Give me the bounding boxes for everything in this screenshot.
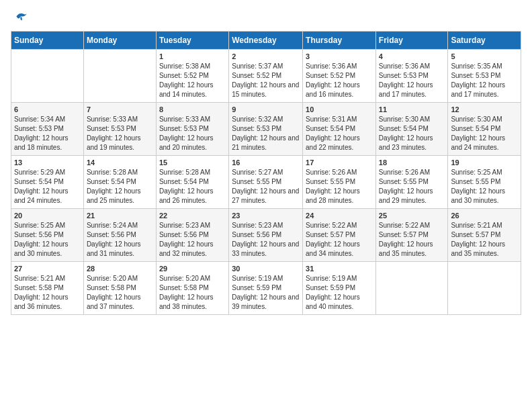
day-info: Sunrise: 5:31 AMSunset: 5:54 PMDaylight:… (306, 115, 373, 152)
day-number: 28 (87, 265, 153, 273)
day-info: Sunrise: 5:38 AMSunset: 5:52 PMDaylight:… (159, 62, 226, 99)
day-number: 17 (306, 158, 373, 167)
day-of-week-header: Friday (375, 32, 448, 50)
day-info: Sunrise: 5:27 AMSunset: 5:55 PMDaylight:… (232, 168, 300, 205)
day-info: Sunrise: 5:26 AMSunset: 5:55 PMDaylight:… (306, 168, 373, 205)
day-info: Sunrise: 5:26 AMSunset: 5:55 PMDaylight:… (379, 168, 445, 205)
calendar-cell: 22Sunrise: 5:23 AMSunset: 5:56 PMDayligh… (156, 209, 228, 262)
calendar-cell: 1Sunrise: 5:38 AMSunset: 5:52 PMDaylight… (156, 50, 228, 103)
calendar-cell: 24Sunrise: 5:22 AMSunset: 5:57 PMDayligh… (303, 209, 376, 262)
day-number: 25 (379, 212, 445, 220)
day-number: 15 (159, 158, 226, 167)
day-info: Sunrise: 5:33 AMSunset: 5:53 PMDaylight:… (87, 115, 153, 152)
day-number: 13 (14, 158, 81, 167)
day-number: 7 (87, 105, 153, 113)
calendar-week-row: 27Sunrise: 5:21 AMSunset: 5:58 PMDayligh… (11, 262, 521, 315)
calendar-table: SundayMondayTuesdayWednesdayThursdayFrid… (11, 31, 521, 315)
day-number: 29 (159, 265, 226, 273)
day-number: 4 (379, 52, 445, 60)
day-info: Sunrise: 5:34 AMSunset: 5:53 PMDaylight:… (14, 115, 81, 152)
day-number: 26 (451, 212, 518, 220)
calendar-cell: 19Sunrise: 5:25 AMSunset: 5:55 PMDayligh… (448, 156, 521, 209)
day-number: 2 (232, 52, 300, 60)
calendar-cell (11, 50, 84, 103)
day-info: Sunrise: 5:33 AMSunset: 5:53 PMDaylight:… (159, 115, 226, 152)
day-info: Sunrise: 5:37 AMSunset: 5:52 PMDaylight:… (232, 62, 300, 99)
day-info: Sunrise: 5:23 AMSunset: 5:56 PMDaylight:… (232, 221, 300, 259)
day-number: 22 (159, 212, 226, 220)
day-number: 6 (14, 105, 81, 113)
day-of-week-header: Monday (83, 32, 156, 50)
day-number: 21 (87, 212, 153, 220)
day-of-week-header: Tuesday (156, 32, 228, 50)
day-number: 10 (306, 105, 373, 113)
page-header (11, 11, 521, 23)
day-info: Sunrise: 5:19 AMSunset: 5:59 PMDaylight:… (306, 274, 373, 312)
calendar-cell: 21Sunrise: 5:24 AMSunset: 5:56 PMDayligh… (83, 209, 156, 262)
day-info: Sunrise: 5:28 AMSunset: 5:54 PMDaylight:… (87, 168, 153, 205)
day-number: 19 (451, 158, 518, 167)
calendar-week-row: 13Sunrise: 5:29 AMSunset: 5:54 PMDayligh… (11, 156, 521, 209)
day-info: Sunrise: 5:22 AMSunset: 5:57 PMDaylight:… (306, 221, 373, 259)
calendar-cell: 27Sunrise: 5:21 AMSunset: 5:58 PMDayligh… (11, 262, 84, 315)
day-of-week-header: Wednesday (229, 32, 303, 50)
calendar-cell: 31Sunrise: 5:19 AMSunset: 5:59 PMDayligh… (303, 262, 376, 315)
day-info: Sunrise: 5:30 AMSunset: 5:54 PMDaylight:… (451, 115, 518, 152)
day-info: Sunrise: 5:28 AMSunset: 5:54 PMDaylight:… (159, 168, 226, 205)
day-number: 27 (14, 265, 81, 273)
calendar-cell: 23Sunrise: 5:23 AMSunset: 5:56 PMDayligh… (229, 209, 303, 262)
day-info: Sunrise: 5:25 AMSunset: 5:56 PMDaylight:… (14, 221, 81, 259)
day-info: Sunrise: 5:23 AMSunset: 5:56 PMDaylight:… (159, 221, 226, 259)
day-of-week-header: Thursday (303, 32, 376, 50)
calendar-cell: 11Sunrise: 5:30 AMSunset: 5:54 PMDayligh… (375, 103, 448, 156)
day-number: 14 (87, 158, 153, 167)
day-number: 16 (232, 158, 300, 167)
calendar-cell: 16Sunrise: 5:27 AMSunset: 5:55 PMDayligh… (229, 156, 303, 209)
calendar-cell: 13Sunrise: 5:29 AMSunset: 5:54 PMDayligh… (11, 156, 84, 209)
logo-bird-icon (12, 11, 28, 23)
day-number: 11 (379, 105, 445, 113)
day-number: 12 (451, 105, 518, 113)
day-number: 8 (159, 105, 226, 113)
calendar-cell: 9Sunrise: 5:32 AMSunset: 5:53 PMDaylight… (229, 103, 303, 156)
calendar-week-row: 6Sunrise: 5:34 AMSunset: 5:53 PMDaylight… (11, 103, 521, 156)
day-number: 3 (306, 52, 373, 60)
day-number: 23 (232, 212, 300, 220)
logo (11, 11, 28, 23)
day-info: Sunrise: 5:24 AMSunset: 5:56 PMDaylight:… (87, 221, 153, 259)
day-info: Sunrise: 5:20 AMSunset: 5:58 PMDaylight:… (159, 274, 226, 312)
day-info: Sunrise: 5:21 AMSunset: 5:57 PMDaylight:… (451, 221, 518, 259)
day-info: Sunrise: 5:36 AMSunset: 5:53 PMDaylight:… (379, 62, 445, 99)
calendar-cell: 8Sunrise: 5:33 AMSunset: 5:53 PMDaylight… (156, 103, 228, 156)
calendar-cell: 4Sunrise: 5:36 AMSunset: 5:53 PMDaylight… (375, 50, 448, 103)
calendar-cell: 10Sunrise: 5:31 AMSunset: 5:54 PMDayligh… (303, 103, 376, 156)
calendar-cell (375, 262, 448, 315)
calendar-header-row: SundayMondayTuesdayWednesdayThursdayFrid… (11, 32, 521, 50)
calendar-cell: 18Sunrise: 5:26 AMSunset: 5:55 PMDayligh… (375, 156, 448, 209)
calendar-week-row: 20Sunrise: 5:25 AMSunset: 5:56 PMDayligh… (11, 209, 521, 262)
day-number: 30 (232, 265, 300, 273)
day-number: 5 (451, 52, 518, 60)
calendar-cell: 30Sunrise: 5:19 AMSunset: 5:59 PMDayligh… (229, 262, 303, 315)
day-info: Sunrise: 5:36 AMSunset: 5:52 PMDaylight:… (306, 62, 373, 99)
day-info: Sunrise: 5:32 AMSunset: 5:53 PMDaylight:… (232, 115, 300, 152)
day-of-week-header: Saturday (448, 32, 521, 50)
day-number: 31 (306, 265, 373, 273)
day-number: 1 (159, 52, 226, 60)
day-info: Sunrise: 5:29 AMSunset: 5:54 PMDaylight:… (14, 168, 81, 205)
calendar-cell: 20Sunrise: 5:25 AMSunset: 5:56 PMDayligh… (11, 209, 84, 262)
calendar-cell: 12Sunrise: 5:30 AMSunset: 5:54 PMDayligh… (448, 103, 521, 156)
calendar-cell: 29Sunrise: 5:20 AMSunset: 5:58 PMDayligh… (156, 262, 228, 315)
day-info: Sunrise: 5:25 AMSunset: 5:55 PMDaylight:… (451, 168, 518, 205)
calendar-cell (83, 50, 156, 103)
day-info: Sunrise: 5:21 AMSunset: 5:58 PMDaylight:… (14, 274, 81, 312)
day-info: Sunrise: 5:20 AMSunset: 5:58 PMDaylight:… (87, 274, 153, 312)
calendar-cell (448, 262, 521, 315)
calendar-cell: 2Sunrise: 5:37 AMSunset: 5:52 PMDaylight… (229, 50, 303, 103)
day-info: Sunrise: 5:22 AMSunset: 5:57 PMDaylight:… (379, 221, 445, 259)
day-number: 18 (379, 158, 445, 167)
day-info: Sunrise: 5:35 AMSunset: 5:53 PMDaylight:… (451, 62, 518, 99)
calendar-cell: 15Sunrise: 5:28 AMSunset: 5:54 PMDayligh… (156, 156, 228, 209)
day-number: 9 (232, 105, 300, 113)
calendar-cell: 3Sunrise: 5:36 AMSunset: 5:52 PMDaylight… (303, 50, 376, 103)
